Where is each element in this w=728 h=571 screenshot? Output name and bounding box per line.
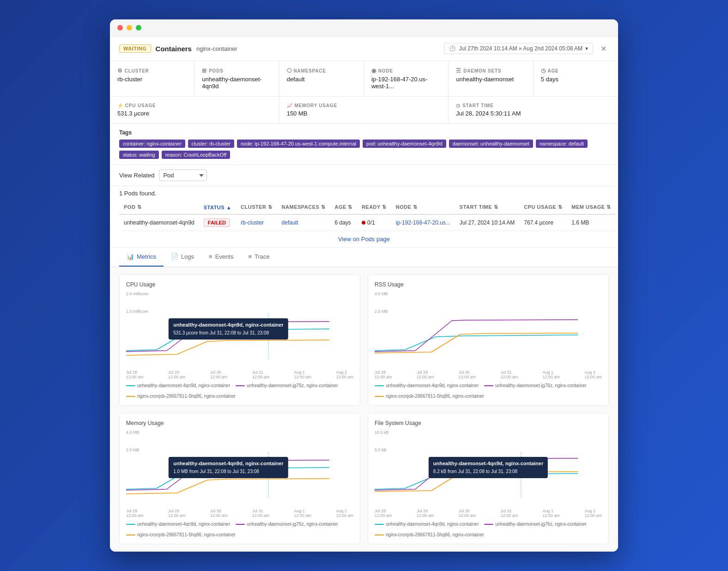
info-value: unhealthy-daemonset-4qn9d — [202, 76, 271, 90]
events-tab-icon: ≡ — [209, 253, 212, 260]
info-grid-row2: ⚡ CPU USAGE 531.3 µcore 📈 MEMORY USAGE 1… — [110, 97, 618, 124]
col-header-start-time[interactable]: START TIME ⇅ — [455, 200, 519, 214]
header-left: WAITING Containers nginx-container — [119, 44, 237, 53]
chart-title: RSS Usage — [375, 281, 602, 288]
tab-metrics[interactable]: 📊Metrics — [119, 248, 164, 267]
info-value: 150 MB — [287, 110, 441, 117]
legend-color — [375, 535, 384, 535]
chart-tooltip: unhealthy-daemonset-4qn9d, nginx-contain… — [429, 457, 548, 478]
metrics-tab-icon: 📊 — [127, 253, 134, 260]
x-label: Aug 112:00 am — [543, 509, 560, 518]
col-header-cluster[interactable]: CLUSTER ⇅ — [236, 200, 277, 214]
col-header-status[interactable]: STATUS ▲ — [199, 200, 236, 214]
header-bar: WAITING Containers nginx-container 🕐 Jul… — [110, 36, 618, 61]
node-link[interactable]: ip-192-168-47-20.us... — [396, 219, 450, 226]
y-max-label: 4.0 MB — [126, 430, 353, 435]
view-related-select[interactable]: PodNodeNamespace — [159, 170, 207, 181]
chart-x-labels: Jul 2812:00 amJul 2912:00 amJul 3012:00 … — [375, 509, 602, 518]
close-dot[interactable] — [117, 25, 123, 30]
tooltip-title: unhealthy-daemonset-4qn9d, nginx-contain… — [173, 321, 283, 329]
legend-item: unhealthy-daemonset-4qn9d, nginx-contain… — [375, 522, 479, 527]
tabs-bar: 📊Metrics📄Logs≡Events≡Trace — [110, 248, 618, 267]
trace-tab-label: Trace — [255, 253, 270, 260]
maximize-dot[interactable] — [136, 25, 141, 30]
tab-logs[interactable]: 📄Logs — [164, 248, 201, 267]
x-label: Jul 3012:00 am — [459, 370, 476, 379]
legend-label: unhealthy-daemonset-jg76z, nginx-contain… — [495, 522, 586, 527]
view-related-label: View Related — [119, 172, 154, 179]
x-label: Jul 2812:00 am — [375, 370, 392, 379]
col-header-mem-usage[interactable]: MEM USAGE ⇅ — [567, 200, 615, 214]
legend-color — [126, 535, 135, 535]
tooltip-value: 531.3 µcore from Jul 31, 22:08 to Jul 31… — [173, 329, 283, 337]
y-mid-label: 1.0 millicore — [126, 309, 353, 314]
time-range-text: Jul 27th 2024 10:14 AM » Aug 2nd 2024 05… — [459, 45, 582, 52]
legend-color — [236, 385, 245, 386]
titlebar — [110, 19, 618, 36]
col-header-cpu-usage[interactable]: CPU USAGE ⇅ — [519, 200, 567, 214]
ready-indicator-dot — [362, 221, 365, 225]
tab-trace[interactable]: ≡Trace — [241, 248, 277, 267]
chart-legend: unhealthy-daemonset-4qn9d, nginx-contain… — [126, 383, 353, 399]
info-cell-cpu-usage: ⚡ CPU USAGE 531.3 µcore — [110, 97, 279, 123]
col-header-pod[interactable]: POD ⇅ — [119, 200, 199, 214]
legend-color — [484, 524, 493, 525]
legend-label: unhealthy-daemonset-4qn9d, nginx-contain… — [386, 383, 479, 388]
chevron-down-icon: ▾ — [585, 45, 588, 52]
cluster-link[interactable]: rb-cluster — [241, 219, 264, 226]
y-mid-label: 2.0 MB — [375, 309, 602, 314]
info-icon: ◷ — [541, 67, 546, 74]
chart-title: CPU Usage — [126, 281, 353, 288]
tooltip-value: 1.0 MB from Jul 31, 22:08 to Jul 31, 23:… — [173, 468, 283, 475]
y-max-label: 2.0 millicore — [126, 292, 353, 296]
x-label: Jul 2912:00 am — [168, 370, 186, 379]
time-range-picker[interactable]: 🕐 Jul 27th 2024 10:14 AM » Aug 2nd 2024 … — [444, 43, 593, 54]
x-label: Jul 3012:00 am — [210, 370, 228, 379]
tab-events[interactable]: ≡Events — [201, 248, 241, 267]
view-pods-link[interactable]: View on Pods page — [110, 231, 618, 248]
tags-label: Tags — [119, 129, 609, 136]
info-cell-namespace: ⎔ NAMESPACE default — [279, 61, 364, 96]
pods-table: POD ⇅STATUS ▲CLUSTER ⇅NAMESPACES ⇅AGE ⇅R… — [119, 200, 616, 231]
y-mid-label: 5.0 kB — [375, 448, 602, 452]
table-row: unhealthy-daemonset-4qn9d FAILED rb-clus… — [119, 214, 616, 231]
trace-tab-icon: ≡ — [248, 253, 252, 260]
x-label: Aug 112:00 am — [294, 370, 312, 379]
info-cell-age: ◷ AGE 5 days — [534, 61, 618, 96]
col-header-age[interactable]: AGE ⇅ — [330, 200, 357, 214]
close-button[interactable]: ✕ — [598, 43, 609, 54]
col-header-namespaces[interactable]: NAMESPACES ⇅ — [277, 200, 330, 214]
info-value: Jul 28, 2024 5:30:11 AM — [456, 110, 611, 117]
tag-item: status: waiting — [119, 151, 159, 159]
events-tab-label: Events — [215, 253, 234, 260]
legend-label: unhealthy-daemonset-4qn9d, nginx-contain… — [137, 383, 230, 388]
tooltip-value: 8.2 kB from Jul 31, 22:08 to Jul 31, 23:… — [433, 468, 543, 475]
col-header-node[interactable]: NODE ⇅ — [391, 200, 455, 214]
info-icon: ◉ — [371, 67, 376, 74]
legend-item: nginx-cronjob-28667811-5hq86, nginx-cont… — [126, 532, 236, 537]
logs-tab-label: Logs — [181, 253, 194, 260]
tooltip-title: unhealthy-daemonset-4qn9d, nginx-contain… — [173, 460, 283, 468]
chart-svg-area — [375, 314, 602, 369]
col-header-ready[interactable]: READY ⇅ — [357, 200, 391, 214]
minimize-dot[interactable] — [127, 25, 132, 30]
legend-item: nginx-cronjob-28667811-5hq86, nginx-cont… — [375, 532, 484, 537]
chart-x-labels: Jul 2812:00 amJul 2912:00 amJul 3012:00 … — [126, 370, 353, 379]
info-cell-pods: ⊞ PODS unhealthy-daemonset-4qn9d — [194, 61, 279, 96]
x-label: Aug 212:00 am — [336, 370, 353, 379]
y-max-label: 10.0 kB — [375, 430, 602, 435]
info-value: 5 days — [541, 76, 611, 83]
chart-rss-usage: RSS Usage 4.0 MB 2.0 MB Jul 2812:00 amJu… — [368, 274, 609, 406]
tag-item: cluster: rb-cluster — [188, 140, 234, 148]
x-label: Jul 3112:00 am — [252, 509, 270, 518]
chart-title: File System Usage — [375, 420, 602, 426]
legend-color — [126, 385, 135, 386]
legend-item: unhealthy-daemonset-4qn9d, nginx-contain… — [126, 383, 230, 388]
x-label: Jul 3112:00 am — [501, 370, 518, 379]
legend-label: unhealthy-daemonset-4qn9d, nginx-contain… — [137, 522, 230, 527]
pod-name: unhealthy-daemonset-4qn9d — [119, 214, 199, 231]
namespace-link[interactable]: default — [282, 219, 298, 226]
x-label: Jul 3112:00 am — [501, 509, 518, 518]
pod-namespace: default — [277, 214, 330, 231]
metrics-tab-label: Metrics — [137, 253, 156, 260]
